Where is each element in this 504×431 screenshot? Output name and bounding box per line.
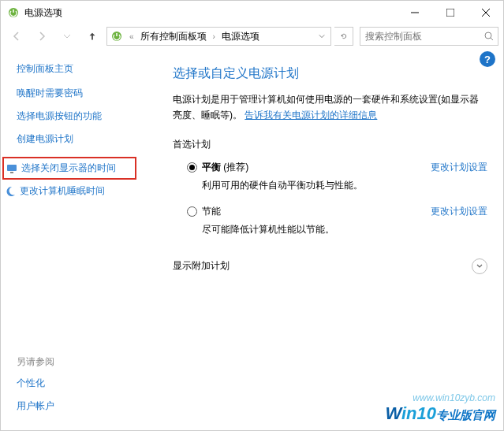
plan-description: 利用可用的硬件自动平衡功耗与性能。: [202, 179, 487, 192]
seealso-personalize[interactable]: 个性化: [17, 377, 159, 390]
sidebar-link-wake[interactable]: 唤醒时需要密码: [17, 87, 159, 100]
sidebar: 控制面板主页 唤醒时需要密码 选择电源按钮的功能 创建电源计划 选择关闭显示器的…: [1, 48, 159, 430]
watermark-brand: Win10专业版官网: [385, 403, 495, 424]
sidebar-item-label: 选择关闭显示器的时间: [21, 162, 116, 175]
seealso-heading: 另请参阅: [17, 355, 159, 369]
watermark: www.win10zyb.com Win10专业版官网: [385, 392, 495, 424]
page-description: 电源计划是用于管理计算机如何使用电源的一套硬件和系统设置(如显示器亮度、睡眠等)…: [173, 91, 487, 124]
additional-plans-row[interactable]: 显示附加计划: [173, 258, 487, 274]
svg-rect-2: [446, 9, 454, 17]
sidebar-link-sleep[interactable]: 更改计算机睡眠时间: [2, 184, 159, 198]
sidebar-link-display[interactable]: 选择关闭显示器的时间: [2, 157, 136, 180]
search-icon: [483, 31, 495, 42]
titlebar: 电源选项: [1, 1, 503, 24]
plan-name[interactable]: 节能: [202, 205, 221, 218]
address-bar: « 所有控制面板项 › 电源选项: [1, 24, 503, 48]
breadcrumb-sep: «: [126, 32, 137, 41]
breadcrumb-item-all[interactable]: 所有控制面板项: [139, 30, 208, 43]
forward-button[interactable]: [31, 27, 53, 46]
sidebar-home-link[interactable]: 控制面板主页: [17, 62, 159, 76]
change-plan-link[interactable]: 更改计划设置: [431, 205, 487, 218]
breadcrumb-dropdown[interactable]: [315, 33, 329, 39]
up-button[interactable]: [81, 27, 103, 46]
plan-name[interactable]: 平衡 (推荐): [202, 161, 248, 174]
learn-more-link[interactable]: 告诉我有关电源计划的详细信息: [245, 110, 377, 121]
svg-point-6: [485, 32, 491, 39]
watermark-url: www.win10zyb.com: [385, 392, 495, 403]
monitor-icon: [6, 162, 18, 175]
svg-rect-9: [10, 172, 13, 173]
search-box[interactable]: [360, 27, 498, 46]
power-icon: [110, 30, 123, 43]
main-content: 选择或自定义电源计划 电源计划是用于管理计算机如何使用电源的一套硬件和系统设置(…: [159, 48, 503, 430]
breadcrumb-item-power[interactable]: 电源选项: [220, 30, 261, 43]
svg-rect-8: [7, 165, 17, 171]
radio-saver[interactable]: [187, 206, 197, 217]
sleep-icon: [4, 185, 17, 198]
change-plan-link[interactable]: 更改计划设置: [431, 161, 487, 174]
additional-plans-label: 显示附加计划: [173, 259, 230, 273]
sidebar-link-button[interactable]: 选择电源按钮的功能: [17, 110, 159, 123]
sidebar-item-label: 更改计算机睡眠时间: [20, 184, 105, 198]
maximize-button[interactable]: [432, 1, 468, 24]
sidebar-link-create[interactable]: 创建电源计划: [17, 132, 159, 146]
window-title: 电源选项: [24, 6, 397, 20]
recent-dropdown[interactable]: [56, 27, 78, 46]
plan-saver: 节能 更改计划设置 尽可能降低计算机性能以节能。: [187, 205, 487, 236]
plan-balanced: 平衡 (推荐) 更改计划设置 利用可用的硬件自动平衡功耗与性能。: [187, 161, 487, 192]
close-button[interactable]: [468, 1, 503, 24]
svg-line-7: [491, 38, 493, 40]
plan-description: 尽可能降低计算机性能以节能。: [202, 223, 487, 236]
chevron-right-icon: ›: [210, 32, 218, 41]
search-input[interactable]: [360, 31, 498, 42]
radio-balanced[interactable]: [187, 162, 197, 173]
help-button[interactable]: ?: [480, 51, 495, 67]
power-icon: [7, 6, 20, 19]
chevron-down-icon[interactable]: [472, 258, 487, 274]
refresh-button[interactable]: [334, 27, 353, 46]
back-button[interactable]: [6, 27, 28, 46]
breadcrumb[interactable]: « 所有控制面板项 › 电源选项: [106, 27, 331, 46]
seealso-account[interactable]: 用户帐户: [17, 399, 159, 413]
minimize-button[interactable]: [397, 1, 432, 24]
page-title: 选择或自定义电源计划: [173, 65, 487, 82]
preferred-plans-heading: 首选计划: [173, 138, 487, 151]
